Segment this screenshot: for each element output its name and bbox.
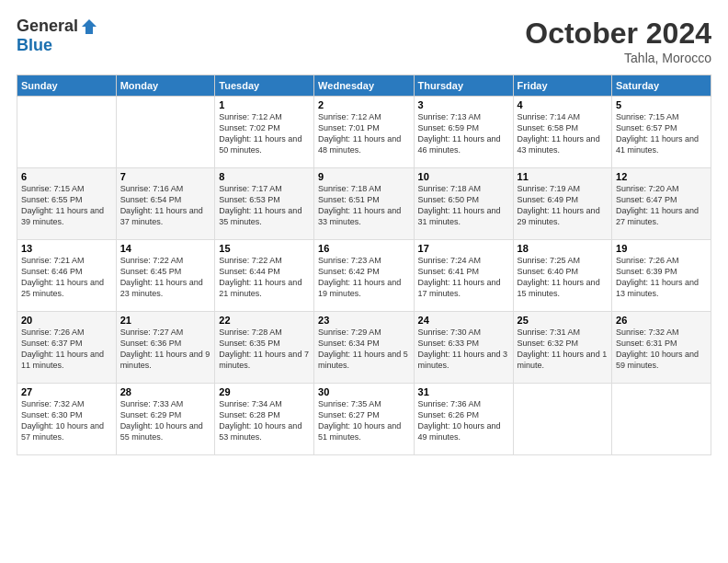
day-number: 18 xyxy=(518,243,608,254)
day-info: Sunrise: 7:15 AM Sunset: 6:55 PM Dayligh… xyxy=(21,183,112,228)
day-info: Sunrise: 7:19 AM Sunset: 6:49 PM Dayligh… xyxy=(518,183,608,228)
day-info: Sunrise: 7:31 AM Sunset: 6:32 PM Dayligh… xyxy=(518,327,608,372)
day-number: 8 xyxy=(219,171,310,182)
calendar-cell xyxy=(612,384,711,455)
calendar-container: General Blue October 2024 Tahla, Morocco… xyxy=(0,0,728,465)
day-info: Sunrise: 7:20 AM Sunset: 6:47 PM Dayligh… xyxy=(616,183,707,228)
day-number: 10 xyxy=(418,171,509,182)
calendar-cell: 22Sunrise: 7:28 AM Sunset: 6:35 PM Dayli… xyxy=(215,312,314,384)
calendar-cell: 9Sunrise: 7:18 AM Sunset: 6:51 PM Daylig… xyxy=(314,168,414,240)
day-info: Sunrise: 7:12 AM Sunset: 7:02 PM Dayligh… xyxy=(219,111,310,156)
calendar-cell xyxy=(116,97,215,168)
col-header-sunday: Sunday xyxy=(17,75,117,97)
calendar-cell: 8Sunrise: 7:17 AM Sunset: 6:53 PM Daylig… xyxy=(215,168,314,240)
day-info: Sunrise: 7:16 AM Sunset: 6:54 PM Dayligh… xyxy=(120,183,211,228)
day-info: Sunrise: 7:18 AM Sunset: 6:51 PM Dayligh… xyxy=(318,183,409,228)
col-header-tuesday: Tuesday xyxy=(215,75,314,97)
day-number: 31 xyxy=(418,386,509,397)
day-number: 17 xyxy=(418,243,509,254)
calendar-week-5: 27Sunrise: 7:32 AM Sunset: 6:30 PM Dayli… xyxy=(17,384,711,455)
day-number: 4 xyxy=(518,99,608,110)
svg-marker-0 xyxy=(82,19,97,34)
logo: General Blue xyxy=(17,17,98,55)
day-number: 5 xyxy=(616,99,707,110)
day-number: 1 xyxy=(219,99,310,110)
day-info: Sunrise: 7:35 AM Sunset: 6:27 PM Dayligh… xyxy=(318,398,409,443)
calendar-cell: 6Sunrise: 7:15 AM Sunset: 6:55 PM Daylig… xyxy=(17,168,117,240)
calendar-cell: 26Sunrise: 7:32 AM Sunset: 6:31 PM Dayli… xyxy=(612,312,711,384)
day-number: 3 xyxy=(418,99,509,110)
title-block: October 2024 Tahla, Morocco xyxy=(525,17,711,65)
calendar-cell: 7Sunrise: 7:16 AM Sunset: 6:54 PM Daylig… xyxy=(116,168,215,240)
day-info: Sunrise: 7:13 AM Sunset: 6:59 PM Dayligh… xyxy=(418,111,509,156)
col-header-saturday: Saturday xyxy=(612,75,711,97)
calendar-header: General Blue October 2024 Tahla, Morocco xyxy=(17,17,711,65)
day-info: Sunrise: 7:24 AM Sunset: 6:41 PM Dayligh… xyxy=(418,255,509,300)
calendar-week-2: 6Sunrise: 7:15 AM Sunset: 6:55 PM Daylig… xyxy=(17,168,711,240)
day-info: Sunrise: 7:32 AM Sunset: 6:30 PM Dayligh… xyxy=(21,398,112,443)
calendar-cell: 21Sunrise: 7:27 AM Sunset: 6:36 PM Dayli… xyxy=(116,312,215,384)
day-info: Sunrise: 7:36 AM Sunset: 6:26 PM Dayligh… xyxy=(418,398,509,443)
calendar-cell xyxy=(17,97,117,168)
day-number: 25 xyxy=(518,315,608,326)
calendar-cell: 20Sunrise: 7:26 AM Sunset: 6:37 PM Dayli… xyxy=(17,312,117,384)
day-number: 14 xyxy=(120,243,211,254)
day-number: 20 xyxy=(21,315,112,326)
day-number: 23 xyxy=(318,315,409,326)
day-number: 22 xyxy=(219,315,310,326)
calendar-week-1: 1Sunrise: 7:12 AM Sunset: 7:02 PM Daylig… xyxy=(17,97,711,168)
calendar-week-3: 13Sunrise: 7:21 AM Sunset: 6:46 PM Dayli… xyxy=(17,240,711,312)
calendar-cell: 16Sunrise: 7:23 AM Sunset: 6:42 PM Dayli… xyxy=(314,240,414,312)
day-info: Sunrise: 7:21 AM Sunset: 6:46 PM Dayligh… xyxy=(21,255,112,300)
calendar-cell: 15Sunrise: 7:22 AM Sunset: 6:44 PM Dayli… xyxy=(215,240,314,312)
calendar-cell: 23Sunrise: 7:29 AM Sunset: 6:34 PM Dayli… xyxy=(314,312,414,384)
day-info: Sunrise: 7:22 AM Sunset: 6:45 PM Dayligh… xyxy=(120,255,211,300)
logo-blue-text: Blue xyxy=(17,36,52,55)
calendar-header-row: SundayMondayTuesdayWednesdayThursdayFrid… xyxy=(17,75,711,97)
day-number: 13 xyxy=(21,243,112,254)
day-info: Sunrise: 7:18 AM Sunset: 6:50 PM Dayligh… xyxy=(418,183,509,228)
day-number: 24 xyxy=(418,315,509,326)
day-info: Sunrise: 7:15 AM Sunset: 6:57 PM Dayligh… xyxy=(616,111,707,156)
col-header-monday: Monday xyxy=(116,75,215,97)
calendar-cell: 30Sunrise: 7:35 AM Sunset: 6:27 PM Dayli… xyxy=(314,384,414,455)
day-number: 11 xyxy=(518,171,608,182)
day-number: 28 xyxy=(120,386,211,397)
calendar-cell: 28Sunrise: 7:33 AM Sunset: 6:29 PM Dayli… xyxy=(116,384,215,455)
calendar-cell: 19Sunrise: 7:26 AM Sunset: 6:39 PM Dayli… xyxy=(612,240,711,312)
calendar-cell: 5Sunrise: 7:15 AM Sunset: 6:57 PM Daylig… xyxy=(612,97,711,168)
day-number: 26 xyxy=(616,315,707,326)
calendar-cell: 1Sunrise: 7:12 AM Sunset: 7:02 PM Daylig… xyxy=(215,97,314,168)
calendar-cell: 25Sunrise: 7:31 AM Sunset: 6:32 PM Dayli… xyxy=(513,312,611,384)
calendar-cell: 12Sunrise: 7:20 AM Sunset: 6:47 PM Dayli… xyxy=(612,168,711,240)
calendar-week-4: 20Sunrise: 7:26 AM Sunset: 6:37 PM Dayli… xyxy=(17,312,711,384)
day-number: 19 xyxy=(616,243,707,254)
calendar-cell: 10Sunrise: 7:18 AM Sunset: 6:50 PM Dayli… xyxy=(414,168,513,240)
calendar-cell: 24Sunrise: 7:30 AM Sunset: 6:33 PM Dayli… xyxy=(414,312,513,384)
col-header-wednesday: Wednesday xyxy=(314,75,414,97)
day-info: Sunrise: 7:22 AM Sunset: 6:44 PM Dayligh… xyxy=(219,255,310,300)
logo-icon xyxy=(80,17,98,36)
day-number: 29 xyxy=(219,386,310,397)
day-info: Sunrise: 7:25 AM Sunset: 6:40 PM Dayligh… xyxy=(518,255,608,300)
day-number: 2 xyxy=(318,99,409,110)
calendar-cell: 4Sunrise: 7:14 AM Sunset: 6:58 PM Daylig… xyxy=(513,97,611,168)
day-number: 6 xyxy=(21,171,112,182)
day-number: 9 xyxy=(318,171,409,182)
calendar-cell: 2Sunrise: 7:12 AM Sunset: 7:01 PM Daylig… xyxy=(314,97,414,168)
calendar-cell: 17Sunrise: 7:24 AM Sunset: 6:41 PM Dayli… xyxy=(414,240,513,312)
calendar-cell: 29Sunrise: 7:34 AM Sunset: 6:28 PM Dayli… xyxy=(215,384,314,455)
day-number: 7 xyxy=(120,171,211,182)
day-number: 12 xyxy=(616,171,707,182)
calendar-cell: 18Sunrise: 7:25 AM Sunset: 6:40 PM Dayli… xyxy=(513,240,611,312)
day-number: 21 xyxy=(120,315,211,326)
day-info: Sunrise: 7:27 AM Sunset: 6:36 PM Dayligh… xyxy=(120,327,211,372)
day-number: 15 xyxy=(219,243,310,254)
day-info: Sunrise: 7:12 AM Sunset: 7:01 PM Dayligh… xyxy=(318,111,409,156)
day-info: Sunrise: 7:33 AM Sunset: 6:29 PM Dayligh… xyxy=(120,398,211,443)
calendar-table: SundayMondayTuesdayWednesdayThursdayFrid… xyxy=(17,75,711,455)
day-info: Sunrise: 7:30 AM Sunset: 6:33 PM Dayligh… xyxy=(418,327,509,372)
day-number: 27 xyxy=(21,386,112,397)
calendar-cell: 11Sunrise: 7:19 AM Sunset: 6:49 PM Dayli… xyxy=(513,168,611,240)
day-info: Sunrise: 7:28 AM Sunset: 6:35 PM Dayligh… xyxy=(219,327,310,372)
